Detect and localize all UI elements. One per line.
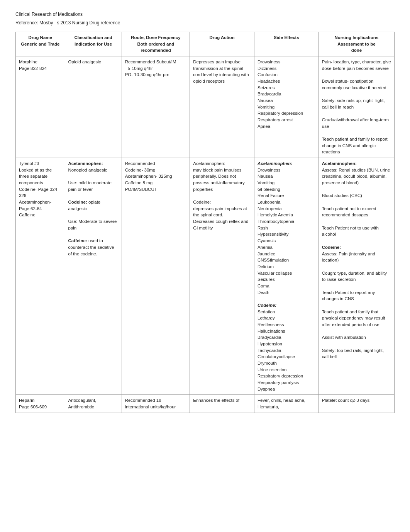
cell-drug-action: Acetaminophen:may block pain impulses pe… (190, 158, 254, 395)
cell-drug-action: Depresses pain impulse transmission at t… (190, 56, 254, 158)
cell-side-effects: Acetaminophen:DrowsinessNauseaVomitingGI… (254, 158, 319, 395)
col-nursing: Nursing ImplicationsAssessment to bedone (319, 32, 394, 56)
cell-route: Recommended 18 international units/kg/ho… (122, 395, 190, 413)
table-header-row: Drug NameGeneric and Trade Classificatio… (16, 32, 395, 56)
col-route: Route, Dose FrequencyBoth ordered andrec… (122, 32, 190, 56)
cell-drug-name: Tylenol #3Looked at as the three separat… (16, 158, 65, 395)
cell-nursing: Acetaminophen:Assess: Renal studies (BUN… (319, 158, 394, 395)
table-row: MorphinePage 822-824Opioid analgesicReco… (16, 56, 395, 158)
table-row: Tylenol #3Looked at as the three separat… (16, 158, 395, 395)
cell-classification: Opioid analgesic (65, 56, 122, 158)
cell-classification: Anticoagulant,Antithrombtic (65, 395, 122, 413)
cell-route: Recommended Subcut/IM- 5-10mg q4hrPO- 10… (122, 56, 190, 158)
medications-table: Drug NameGeneric and Trade Classificatio… (15, 32, 395, 413)
page-header: Clinical Research of Medications (15, 12, 395, 17)
col-drug-action: Drug Action (190, 32, 254, 56)
cell-classification: Acetaminophen:Nonopiod analgesicUse: mil… (65, 158, 122, 395)
table-row: HeparinPage 606-609Anticoagulant,Antithr… (16, 395, 395, 413)
cell-side-effects: DrowsinessDizzinessConfusionHeadachesSei… (254, 56, 319, 158)
cell-nursing: Platelet count q2-3 days (319, 395, 394, 413)
cell-route: RecommendedCodeine- 30mgAcetaminophen- 3… (122, 158, 190, 395)
page-title: Clinical Research of Medications (15, 12, 395, 17)
col-classification: Classification andIndication for Use (65, 32, 122, 56)
cell-drug-action: Enhances the effects of (190, 395, 254, 413)
cell-nursing: Pain- location, type, character, give do… (319, 56, 394, 158)
col-drug-name: Drug NameGeneric and Trade (16, 32, 65, 56)
reference-detail: s 2013 Nursing Drug reference (57, 20, 120, 25)
reference-label: Reference: Mosby (15, 20, 53, 25)
cell-side-effects: Fever, chills, head ache, Hematuria, (254, 395, 319, 413)
reference-line: Reference: Mosby s 2013 Nursing Drug ref… (15, 20, 395, 25)
col-side-effects: Side Effects (254, 32, 319, 56)
cell-drug-name: MorphinePage 822-824 (16, 56, 65, 158)
cell-drug-name: HeparinPage 606-609 (16, 395, 65, 413)
